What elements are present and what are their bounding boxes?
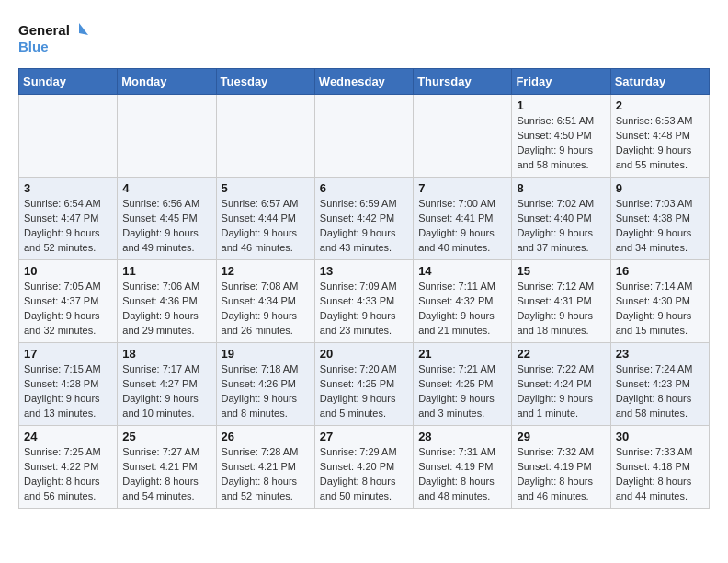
day-number: 4 [122, 181, 210, 195]
day-info: Sunrise: 7:20 AM Sunset: 4:25 PM Dayligh… [320, 362, 408, 421]
day-number: 12 [222, 264, 310, 278]
day-info: Sunrise: 6:53 AM Sunset: 4:48 PM Dayligh… [616, 114, 704, 173]
day-number: 7 [418, 181, 506, 195]
day-info: Sunrise: 7:11 AM Sunset: 4:32 PM Dayligh… [418, 280, 506, 339]
day-info: Sunrise: 7:14 AM Sunset: 4:30 PM Dayligh… [616, 280, 704, 339]
calendar-cell: 20Sunrise: 7:20 AM Sunset: 4:25 PM Dayli… [314, 343, 413, 426]
col-friday: Friday [512, 69, 610, 95]
day-number: 11 [122, 264, 210, 278]
day-info: Sunrise: 6:59 AM Sunset: 4:42 PM Dayligh… [320, 197, 408, 256]
calendar-week-4: 17Sunrise: 7:15 AM Sunset: 4:28 PM Dayli… [19, 343, 710, 426]
calendar-week-5: 24Sunrise: 7:25 AM Sunset: 4:22 PM Dayli… [19, 426, 710, 509]
day-number: 23 [616, 347, 704, 361]
calendar-cell: 15Sunrise: 7:12 AM Sunset: 4:31 PM Dayli… [512, 260, 610, 343]
calendar-cell [414, 95, 512, 178]
col-monday: Monday [118, 69, 216, 95]
calendar-cell: 21Sunrise: 7:21 AM Sunset: 4:25 PM Dayli… [414, 343, 512, 426]
day-number: 10 [24, 264, 112, 278]
day-info: Sunrise: 7:32 AM Sunset: 4:19 PM Dayligh… [517, 445, 605, 504]
calendar-cell: 23Sunrise: 7:24 AM Sunset: 4:23 PM Dayli… [610, 343, 709, 426]
calendar-week-1: 1Sunrise: 6:51 AM Sunset: 4:50 PM Daylig… [19, 95, 710, 178]
header: General Blue [18, 18, 710, 59]
day-number: 17 [24, 347, 112, 361]
svg-text:General: General [18, 22, 70, 38]
day-number: 5 [222, 181, 310, 195]
calendar-cell: 3Sunrise: 6:54 AM Sunset: 4:47 PM Daylig… [19, 178, 118, 260]
day-number: 18 [122, 347, 210, 361]
calendar-week-2: 3Sunrise: 6:54 AM Sunset: 4:47 PM Daylig… [19, 178, 710, 260]
day-info: Sunrise: 7:25 AM Sunset: 4:22 PM Dayligh… [24, 445, 112, 504]
day-info: Sunrise: 7:12 AM Sunset: 4:31 PM Dayligh… [517, 280, 605, 339]
calendar-cell: 1Sunrise: 6:51 AM Sunset: 4:50 PM Daylig… [512, 95, 610, 178]
calendar-table: Sunday Monday Tuesday Wednesday Thursday… [18, 68, 710, 509]
day-number: 1 [517, 98, 605, 112]
calendar-cell: 26Sunrise: 7:28 AM Sunset: 4:21 PM Dayli… [216, 426, 314, 509]
calendar-cell [216, 95, 314, 178]
day-info: Sunrise: 7:03 AM Sunset: 4:38 PM Dayligh… [616, 197, 704, 256]
calendar-cell: 22Sunrise: 7:22 AM Sunset: 4:24 PM Dayli… [512, 343, 610, 426]
calendar-cell: 27Sunrise: 7:29 AM Sunset: 4:20 PM Dayli… [314, 426, 413, 509]
day-info: Sunrise: 7:21 AM Sunset: 4:25 PM Dayligh… [418, 362, 506, 421]
calendar-body: 1Sunrise: 6:51 AM Sunset: 4:50 PM Daylig… [19, 95, 710, 509]
calendar-week-3: 10Sunrise: 7:05 AM Sunset: 4:37 PM Dayli… [19, 260, 710, 343]
day-info: Sunrise: 6:57 AM Sunset: 4:44 PM Dayligh… [222, 197, 310, 256]
calendar-cell: 9Sunrise: 7:03 AM Sunset: 4:38 PM Daylig… [610, 178, 709, 260]
col-saturday: Saturday [610, 69, 709, 95]
calendar-cell: 8Sunrise: 7:02 AM Sunset: 4:40 PM Daylig… [512, 178, 610, 260]
day-number: 6 [320, 181, 408, 195]
day-info: Sunrise: 7:00 AM Sunset: 4:41 PM Dayligh… [418, 197, 506, 256]
calendar-cell: 18Sunrise: 7:17 AM Sunset: 4:27 PM Dayli… [118, 343, 216, 426]
calendar-cell: 5Sunrise: 6:57 AM Sunset: 4:44 PM Daylig… [216, 178, 314, 260]
day-info: Sunrise: 7:08 AM Sunset: 4:34 PM Dayligh… [222, 280, 310, 339]
calendar-cell: 10Sunrise: 7:05 AM Sunset: 4:37 PM Dayli… [19, 260, 118, 343]
svg-text:Blue: Blue [18, 39, 49, 54]
day-number: 19 [222, 347, 310, 361]
day-number: 25 [122, 430, 210, 443]
logo-svg: General Blue [18, 18, 92, 59]
day-number: 20 [320, 347, 408, 361]
calendar-cell [314, 95, 413, 178]
day-info: Sunrise: 7:05 AM Sunset: 4:37 PM Dayligh… [24, 280, 112, 339]
svg-marker-2 [79, 23, 88, 35]
calendar-cell: 7Sunrise: 7:00 AM Sunset: 4:41 PM Daylig… [414, 178, 512, 260]
day-number: 16 [616, 264, 704, 278]
day-number: 24 [24, 430, 112, 443]
day-info: Sunrise: 7:17 AM Sunset: 4:27 PM Dayligh… [122, 362, 210, 421]
calendar-cell: 16Sunrise: 7:14 AM Sunset: 4:30 PM Dayli… [610, 260, 709, 343]
day-info: Sunrise: 7:31 AM Sunset: 4:19 PM Dayligh… [418, 445, 506, 504]
col-sunday: Sunday [19, 69, 118, 95]
col-wednesday: Wednesday [314, 69, 413, 95]
calendar-cell: 2Sunrise: 6:53 AM Sunset: 4:48 PM Daylig… [610, 95, 709, 178]
day-number: 28 [418, 430, 506, 443]
col-tuesday: Tuesday [216, 69, 314, 95]
day-number: 14 [418, 264, 506, 278]
day-number: 27 [320, 430, 408, 443]
day-info: Sunrise: 7:27 AM Sunset: 4:21 PM Dayligh… [122, 445, 210, 504]
day-number: 3 [24, 181, 112, 195]
col-thursday: Thursday [414, 69, 512, 95]
calendar-cell [19, 95, 118, 178]
day-number: 22 [517, 347, 605, 361]
day-number: 26 [222, 430, 310, 443]
calendar-cell: 6Sunrise: 6:59 AM Sunset: 4:42 PM Daylig… [314, 178, 413, 260]
day-info: Sunrise: 7:24 AM Sunset: 4:23 PM Dayligh… [616, 362, 704, 421]
calendar-cell: 29Sunrise: 7:32 AM Sunset: 4:19 PM Dayli… [512, 426, 610, 509]
day-number: 2 [616, 98, 704, 112]
day-info: Sunrise: 6:54 AM Sunset: 4:47 PM Dayligh… [24, 197, 112, 256]
day-info: Sunrise: 7:09 AM Sunset: 4:33 PM Dayligh… [320, 280, 408, 339]
calendar-cell: 14Sunrise: 7:11 AM Sunset: 4:32 PM Dayli… [414, 260, 512, 343]
day-number: 30 [616, 430, 704, 443]
calendar-cell: 11Sunrise: 7:06 AM Sunset: 4:36 PM Dayli… [118, 260, 216, 343]
calendar-cell: 4Sunrise: 6:56 AM Sunset: 4:45 PM Daylig… [118, 178, 216, 260]
day-info: Sunrise: 7:18 AM Sunset: 4:26 PM Dayligh… [222, 362, 310, 421]
logo: General Blue [18, 18, 92, 59]
day-info: Sunrise: 7:33 AM Sunset: 4:18 PM Dayligh… [616, 445, 704, 504]
day-number: 8 [517, 181, 605, 195]
calendar-cell: 19Sunrise: 7:18 AM Sunset: 4:26 PM Dayli… [216, 343, 314, 426]
day-info: Sunrise: 7:28 AM Sunset: 4:21 PM Dayligh… [222, 445, 310, 504]
day-info: Sunrise: 7:15 AM Sunset: 4:28 PM Dayligh… [24, 362, 112, 421]
header-row: Sunday Monday Tuesday Wednesday Thursday… [19, 69, 710, 95]
calendar-cell [118, 95, 216, 178]
day-number: 29 [517, 430, 605, 443]
day-number: 15 [517, 264, 605, 278]
